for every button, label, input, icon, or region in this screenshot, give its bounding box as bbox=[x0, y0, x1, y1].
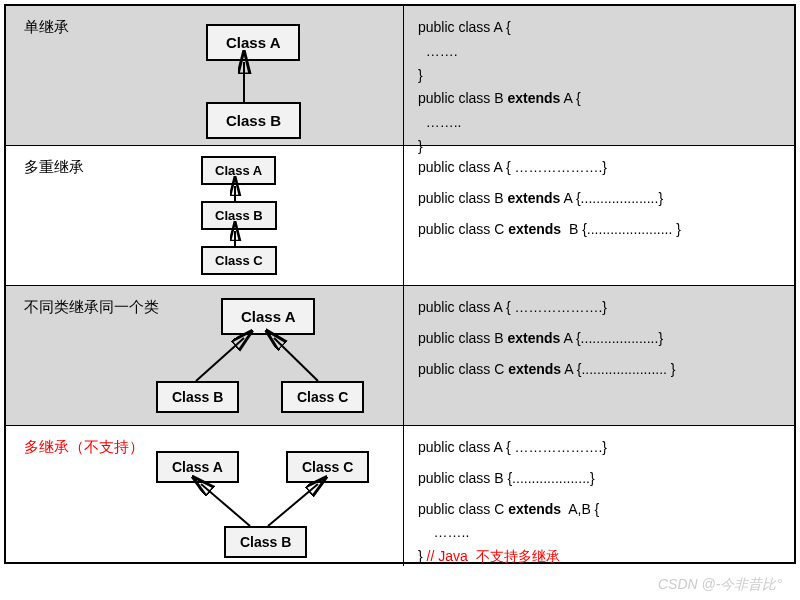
inheritance-table: 单继承 Class A Class B public class A { …….… bbox=[4, 4, 796, 564]
diagram-cell: 单继承 Class A Class B bbox=[6, 6, 404, 145]
class-a-box: Class A bbox=[221, 298, 315, 335]
code-line: …….. bbox=[418, 521, 780, 545]
class-b-box: Class B bbox=[201, 201, 277, 230]
code-line bbox=[418, 491, 780, 498]
code-cell: public class A { ……………….} public class B… bbox=[404, 426, 794, 566]
code-line: } // Java 不支持多继承 bbox=[418, 545, 780, 569]
code-cell: public class A { ……………….} public class B… bbox=[404, 286, 794, 425]
class-b-box: Class B bbox=[224, 526, 307, 558]
code-line: public class B extends A {..............… bbox=[418, 187, 780, 211]
diagram-cell: 多继承（不支持） Class A Class C Class B bbox=[6, 426, 404, 566]
code-line: public class B {....................} bbox=[418, 467, 780, 491]
code-line: } bbox=[418, 64, 780, 88]
code-line: public class C extends A,B { bbox=[418, 498, 780, 522]
row-single-inheritance: 单继承 Class A Class B public class A { …….… bbox=[6, 6, 794, 146]
arrow-icon bbox=[6, 6, 403, 145]
code-line: …….. bbox=[418, 111, 780, 135]
diagram-hierarchical: Class A Class B Class C bbox=[6, 286, 403, 425]
code-line bbox=[418, 180, 780, 187]
code-line: public class A { ……………….} bbox=[418, 436, 780, 460]
class-c-box: Class C bbox=[201, 246, 277, 275]
code-line bbox=[418, 460, 780, 467]
class-c-box: Class C bbox=[281, 381, 364, 413]
svg-line-3 bbox=[196, 338, 244, 381]
arrow-icon bbox=[6, 426, 403, 566]
class-b-box: Class B bbox=[206, 102, 301, 139]
code-line: public class C extends A {..............… bbox=[418, 358, 780, 382]
svg-line-6 bbox=[268, 484, 318, 526]
code-cell: public class A { …….}public class B exte… bbox=[404, 6, 794, 145]
code-line bbox=[418, 211, 780, 218]
class-a-box: Class A bbox=[201, 156, 276, 185]
code-line bbox=[418, 351, 780, 358]
diagram-multilevel: Class A Class B Class C bbox=[6, 146, 403, 285]
row-multilevel-inheritance: 多重继承 Class A Class B Class C public clas… bbox=[6, 146, 794, 286]
class-a-box: Class A bbox=[206, 24, 300, 61]
code-line: public class B extends A { bbox=[418, 87, 780, 111]
svg-line-4 bbox=[274, 338, 318, 381]
svg-line-5 bbox=[201, 484, 250, 526]
class-a-box: Class A bbox=[156, 451, 239, 483]
code-cell: public class A { ……………….} public class B… bbox=[404, 146, 794, 285]
code-line bbox=[418, 320, 780, 327]
code-line: ……. bbox=[418, 40, 780, 64]
diagram-single: Class A Class B bbox=[6, 6, 403, 145]
code-line: public class A { bbox=[418, 16, 780, 40]
watermark-label: CSDN @-今非昔比° bbox=[658, 576, 782, 594]
row-hierarchical-inheritance: 不同类继承同一个类 Class A Class B Class C public… bbox=[6, 286, 794, 426]
code-line: public class B extends A {..............… bbox=[418, 327, 780, 351]
diagram-cell: 不同类继承同一个类 Class A Class B Class C bbox=[6, 286, 404, 425]
code-line: public class C extends B {..............… bbox=[418, 218, 780, 242]
class-c-box: Class C bbox=[286, 451, 369, 483]
code-line: public class A { ……………….} bbox=[418, 296, 780, 320]
code-line: public class A { ……………….} bbox=[418, 156, 780, 180]
diagram-cell: 多重继承 Class A Class B Class C bbox=[6, 146, 404, 285]
diagram-multiple: Class A Class C Class B bbox=[6, 426, 403, 566]
class-b-box: Class B bbox=[156, 381, 239, 413]
row-multiple-inheritance: 多继承（不支持） Class A Class C Class B public … bbox=[6, 426, 794, 566]
